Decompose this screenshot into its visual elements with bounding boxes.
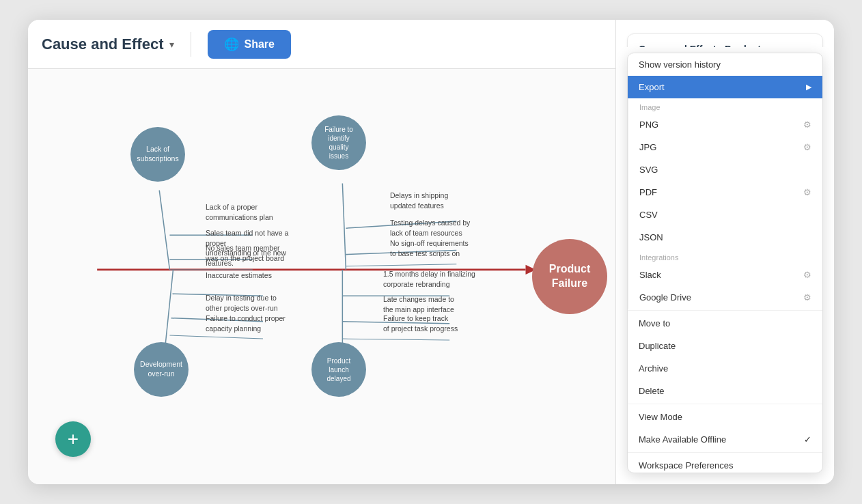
gear-icon-png: ⚙ <box>803 120 811 130</box>
add-button[interactable]: + <box>55 421 91 457</box>
menu-item-csv[interactable]: CSV <box>628 204 822 226</box>
header-bar: Cause and Effect ▾ 🌐 Share <box>28 20 615 69</box>
svg-line-11 <box>172 294 263 296</box>
menu-item-json[interactable]: JSON <box>628 226 822 249</box>
gear-icon-slack: ⚙ <box>803 270 811 280</box>
doc-card-cause-effect[interactable]: Cause and Effect - Product Failure Draft… <box>627 33 823 47</box>
svg-line-16 <box>342 322 449 324</box>
menu-item-duplicate[interactable]: Duplicate <box>628 335 822 357</box>
menu-divider-3 <box>628 452 822 453</box>
menu-item-view-mode[interactable]: View Mode <box>628 406 822 428</box>
menu-item-jpg[interactable]: JPG ⚙ <box>628 136 822 158</box>
menu-item-png[interactable]: PNG ⚙ <box>628 113 822 136</box>
menu-divider-1 <box>628 310 822 311</box>
circle-node-dev-overrun[interactable]: Developmentover-run <box>134 342 189 397</box>
menu-item-export[interactable]: Export ▶ <box>628 76 822 98</box>
plus-icon: + <box>68 428 79 450</box>
menu-item-version-history[interactable]: Show version history <box>628 53 822 76</box>
svg-line-7 <box>346 221 456 228</box>
document-title: Cause and Effect <box>42 36 164 53</box>
diagram-canvas: Lack ofsubscriptions Failure toidentifyq… <box>28 69 615 484</box>
circle-node-lack-subscriptions[interactable]: Lack ofsubscriptions <box>130 127 185 182</box>
menu-item-slack[interactable]: Slack ⚙ <box>628 264 822 286</box>
menu-item-archive[interactable]: Archive <box>628 357 822 380</box>
gear-icon-gdrive: ⚙ <box>803 292 811 303</box>
svg-line-17 <box>342 339 449 340</box>
context-menu: Show version history Export ▶ Image PNG … <box>627 53 823 473</box>
doc-card-title: Cause and Effect - Product Failure <box>639 44 780 47</box>
menu-item-google-drive[interactable]: Google Drive ⚙ <box>628 286 822 309</box>
menu-item-move-to[interactable]: Move to <box>628 312 822 335</box>
menu-item-offline[interactable]: Make Available Offline ✓ <box>628 428 822 451</box>
product-failure-label: ProductFailure <box>549 262 590 291</box>
svg-line-8 <box>346 251 456 255</box>
check-icon: ✓ <box>804 434 811 445</box>
circle-node-product-launch[interactable]: Productlaunchdelayed <box>311 342 366 397</box>
chevron-right-icon: ▶ <box>806 83 811 92</box>
svg-line-2 <box>159 191 169 270</box>
circle-node-failure-quality[interactable]: Failure toidentifyqualityissues <box>311 115 366 170</box>
menu-item-workspace-prefs[interactable]: Workspace Preferences <box>628 454 822 473</box>
title-area: Cause and Effect ▾ <box>42 36 174 53</box>
main-container: Cause and Effect ▾ 🌐 Share <box>28 20 834 484</box>
export-submenu-label: Image <box>628 98 822 113</box>
panel-cards-area: Cause and Effect - Product Failure Draft… <box>616 20 834 47</box>
header-divider <box>191 32 191 57</box>
share-button[interactable]: 🌐 Share <box>208 30 291 59</box>
menu-item-delete[interactable]: Delete <box>628 380 822 402</box>
integrations-label: Integrations <box>628 249 822 264</box>
svg-line-6 <box>342 183 346 269</box>
svg-line-12 <box>171 318 263 322</box>
gear-icon-pdf: ⚙ <box>803 187 811 197</box>
menu-divider-2 <box>628 404 822 404</box>
menu-item-svg[interactable]: SVG <box>628 158 822 181</box>
svg-line-9 <box>346 264 456 266</box>
dropdown-arrow-icon[interactable]: ▾ <box>169 39 174 50</box>
menu-item-pdf[interactable]: PDF ⚙ <box>628 181 822 204</box>
gear-icon-jpg: ⚙ <box>803 142 811 152</box>
doc-card-title-row: Cause and Effect - Product Failure Draft <box>639 44 811 47</box>
globe-icon: 🌐 <box>224 37 239 52</box>
product-failure-bubble: ProductFailure <box>532 239 607 314</box>
right-panel: Cause and Effect - Product Failure Draft… <box>615 20 834 484</box>
share-label: Share <box>245 38 275 51</box>
canvas-area: Cause and Effect ▾ 🌐 Share <box>28 20 615 484</box>
svg-line-13 <box>169 335 263 339</box>
